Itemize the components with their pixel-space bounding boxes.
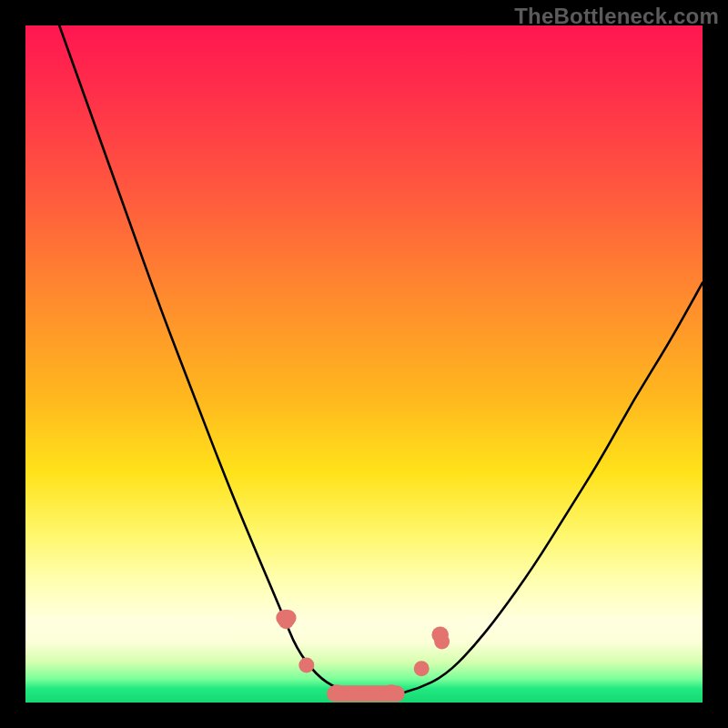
chart-overlay bbox=[25, 25, 703, 703]
marker-right-upper bbox=[434, 634, 450, 650]
marker-trough-a bbox=[329, 684, 345, 700]
watermark-text: TheBottleneck.com bbox=[514, 4, 719, 29]
marker-left-upper bbox=[278, 613, 294, 629]
marker-trough-b bbox=[357, 687, 372, 703]
bottleneck-curve bbox=[59, 25, 703, 696]
marker-right-mid bbox=[414, 661, 430, 676]
marker-trough-c bbox=[383, 684, 399, 700]
chart-frame: TheBottleneck.com bbox=[0, 0, 728, 728]
marker-left-mid bbox=[298, 658, 314, 673]
